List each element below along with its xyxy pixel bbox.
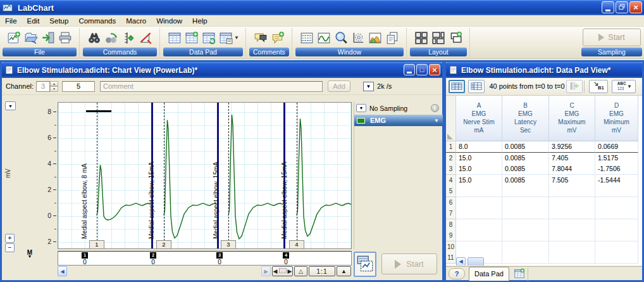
table-cell[interactable] <box>502 208 549 219</box>
start-button[interactable]: Start <box>381 253 437 274</box>
row-number[interactable]: 8 <box>446 219 456 231</box>
comment-input[interactable] <box>100 81 323 92</box>
table-cell[interactable] <box>549 230 595 241</box>
comment-add-icon[interactable] <box>270 30 285 46</box>
column-header[interactable]: DEMGMinimummV <box>595 96 638 141</box>
table-cell[interactable]: 0.0669 <box>595 141 638 153</box>
scale-ratio-button[interactable]: 1:1 <box>309 266 335 276</box>
table-corner-cell[interactable] <box>446 96 456 141</box>
magnifier-icon[interactable] <box>333 30 349 46</box>
row-number[interactable]: 11 <box>446 252 456 264</box>
table-cell[interactable]: 0.0085 <box>502 175 549 186</box>
close-icon[interactable]: × <box>629 1 642 13</box>
axis-dropdown-button[interactable]: ▼ <box>5 101 16 110</box>
add-to-datapad-button[interactable] <box>354 252 376 277</box>
marker-tool[interactable]: M ▼ <box>2 249 58 268</box>
find-icon[interactable] <box>87 30 102 46</box>
channel-header-emg[interactable]: EMG ▼ <box>354 115 443 126</box>
menu-item-window[interactable]: Window <box>151 16 187 26</box>
start-sampling-button[interactable]: Start <box>583 29 641 46</box>
column-header[interactable]: AEMGNerve StimmA <box>456 96 502 141</box>
chevron-down-icon[interactable]: ▼ <box>234 35 239 41</box>
comment-number-box[interactable]: 1 <box>89 240 104 249</box>
table-cell[interactable]: -1.7506 <box>595 163 638 175</box>
column-header[interactable]: BEMGLatencySec <box>502 96 549 141</box>
open-icon[interactable] <box>23 30 39 46</box>
comment-number-box[interactable]: 2 <box>156 240 171 249</box>
layout-cascade-icon[interactable] <box>448 30 463 46</box>
close-icon[interactable]: × <box>429 64 440 75</box>
new-chart-icon[interactable] <box>6 30 22 46</box>
table-cell[interactable] <box>549 252 595 264</box>
table-cell[interactable]: 0.0085 <box>502 163 549 175</box>
row-number[interactable]: 6 <box>446 197 456 208</box>
table-cell[interactable]: -1.5444 <box>595 175 638 186</box>
table-cell[interactable] <box>502 197 549 208</box>
table-cell[interactable] <box>595 208 638 219</box>
menu-item-macro[interactable]: Macro <box>121 16 151 26</box>
goto-cell-button[interactable]: B1 <box>589 80 608 93</box>
table-cell[interactable] <box>502 230 549 241</box>
add-comment-button[interactable]: Add <box>328 80 350 92</box>
xy-view-icon[interactable] <box>350 30 366 46</box>
menu-item-setup[interactable]: Setup <box>44 16 73 26</box>
menu-item-file[interactable]: File <box>0 16 22 26</box>
zoom-view-icon[interactable] <box>316 30 331 46</box>
table-cell[interactable] <box>549 186 595 197</box>
datapad-options-icon[interactable] <box>218 30 233 46</box>
pages-icon[interactable] <box>385 30 400 46</box>
table-cell[interactable] <box>456 219 502 231</box>
format-button[interactable]: ABC123▼ <box>612 80 636 93</box>
tab-datapad[interactable]: Data Pad <box>469 267 509 281</box>
table-cell[interactable] <box>595 197 638 208</box>
view-width-button[interactable]: ◀▶ <box>272 266 293 276</box>
row-number[interactable]: 2 <box>446 153 456 164</box>
table-cell[interactable] <box>595 219 638 231</box>
table-cell[interactable]: 7.405 <box>549 153 595 164</box>
info-icon[interactable]: i <box>431 104 439 112</box>
table-cell[interactable] <box>549 241 595 253</box>
marker-icon[interactable] <box>121 30 136 46</box>
table-cell[interactable] <box>549 197 595 208</box>
zoom-in-button[interactable]: + <box>5 234 15 243</box>
compress-axis-button[interactable]: △ <box>294 266 307 276</box>
table-cell[interactable] <box>502 241 549 253</box>
table-cell[interactable]: 1.5175 <box>595 153 638 164</box>
layout-tiles-icon[interactable] <box>431 30 446 46</box>
datapad-transfer-button[interactable] <box>566 80 583 93</box>
table-cell[interactable] <box>456 197 502 208</box>
table-cell[interactable]: 15.0 <box>456 163 502 175</box>
datapad-hscrollbar[interactable]: ◀ <box>456 257 484 266</box>
print-icon[interactable] <box>58 30 73 46</box>
table-cell[interactable]: 3.9256 <box>549 141 595 153</box>
maximize-icon[interactable]: □ <box>416 64 428 75</box>
row-number[interactable]: 9 <box>446 230 456 241</box>
block-marker[interactable]: 2 <box>150 252 156 259</box>
row-number[interactable]: 4 <box>446 175 456 186</box>
channel-number-field[interactable]: 3 <box>36 81 50 92</box>
table-cell[interactable] <box>456 186 502 197</box>
row-number[interactable]: 10 <box>446 241 456 253</box>
table-cell[interactable]: 0.0085 <box>502 141 549 153</box>
table-cell[interactable] <box>502 252 549 264</box>
menu-item-commands[interactable]: Commands <box>73 16 121 26</box>
chart-plot-area[interactable]: Medial aspect elbow, 8 mA1Medial aspect … <box>58 102 352 249</box>
table-cell[interactable] <box>595 230 638 241</box>
block-marker[interactable]: 3 <box>216 252 223 259</box>
row-number[interactable]: 5 <box>446 186 456 197</box>
datapad-rows-view-button[interactable] <box>449 80 465 93</box>
table-cell[interactable] <box>595 252 638 264</box>
table-cell[interactable] <box>595 241 638 253</box>
table-cell[interactable] <box>502 186 549 197</box>
find-options-icon[interactable] <box>104 30 119 46</box>
comment-number-box[interactable]: 4 <box>289 240 304 249</box>
rate-dropdown-button[interactable]: ▼ <box>363 82 374 91</box>
table-cell[interactable]: 15.0 <box>456 153 502 164</box>
row-number[interactable]: 3 <box>446 163 456 175</box>
menu-item-edit[interactable]: Edit <box>22 16 45 26</box>
datapad-table-icon[interactable] <box>167 30 182 46</box>
table-cell[interactable]: 8.0 <box>456 141 502 153</box>
chart-window-titlebar[interactable]: Elbow Stimulation.adicht: Chart View (Po… <box>2 62 442 78</box>
block-marker[interactable]: 4 <box>283 252 289 259</box>
menu-item-help[interactable]: Help <box>187 16 213 26</box>
